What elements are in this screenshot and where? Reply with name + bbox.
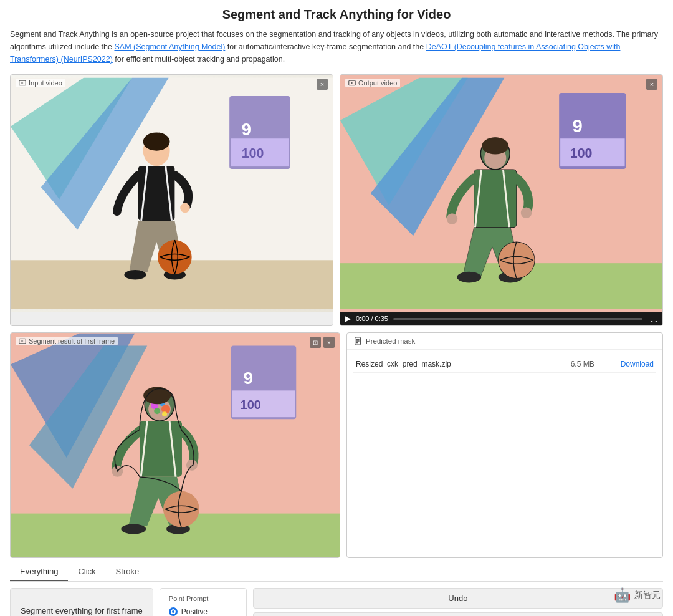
video-controls: ▶ 0:00 / 0:35 ⛶ — [340, 312, 662, 325]
segment-result-scene: 9 100 — [11, 333, 340, 557]
svg-point-53 — [162, 411, 167, 416]
description: Segment and Track Anything is an open-so… — [10, 28, 663, 65]
progress-bar[interactable] — [393, 318, 642, 320]
file-row: Resized_cxk_pred_mask.zip 6.5 MB Downloa… — [353, 356, 656, 373]
svg-point-52 — [154, 408, 160, 414]
output-video-close[interactable]: × — [646, 79, 657, 90]
svg-point-37 — [499, 242, 535, 279]
segment-result-label: Segment result of first frame — [16, 337, 118, 345]
file-name: Resized_cxk_pred_mask.zip — [356, 360, 571, 368]
svg-text:9: 9 — [244, 368, 254, 388]
predicted-mask-header: Predicted mask — [347, 333, 662, 350]
action-buttons: Undo Reset — [253, 588, 663, 616]
svg-point-59 — [186, 460, 198, 471]
svg-text:100: 100 — [570, 146, 593, 161]
point-prompt-label: Point Prompt — [169, 595, 237, 602]
file-size: 6.5 MB — [571, 360, 621, 368]
svg-point-35 — [457, 272, 481, 283]
fullscreen-button[interactable]: ⛶ — [650, 314, 657, 323]
download-link[interactable]: Download — [621, 360, 654, 368]
watermark: 🤖 新智元 — [614, 587, 661, 604]
svg-point-29 — [482, 137, 508, 154]
page-title: Segment and Track Anything for Video — [10, 7, 663, 22]
radio-dot-positive — [169, 607, 178, 616]
point-prompt-panel: Point Prompt Positive — [160, 588, 247, 616]
watermark-icon: 🤖 — [614, 587, 631, 604]
svg-point-33 — [447, 213, 458, 224]
segment-result-panel: Segment result of first frame ⊡ × — [10, 332, 340, 558]
segment-everything-button[interactable]: Segment everything for first frame — [10, 588, 153, 616]
sam-link[interactable]: SAM (Segment Anything Model) — [114, 42, 225, 51]
svg-point-10 — [143, 132, 170, 150]
positive-label: Positive — [181, 607, 208, 616]
undo-button[interactable]: Undo — [253, 588, 663, 609]
segment-panel-resize[interactable]: ⊡ — [310, 337, 321, 348]
svg-point-60 — [121, 524, 146, 534]
svg-point-62 — [163, 491, 199, 527]
svg-point-34 — [521, 207, 532, 218]
play-button[interactable]: ▶ — [345, 314, 351, 323]
input-video-panel: Input video × 9 — [10, 74, 333, 326]
tabs: Everything Click Stroke — [10, 563, 663, 582]
input-video-label: Input video — [16, 79, 65, 87]
output-video-label: Output video — [345, 79, 400, 87]
predicted-mask-panel: Predicted mask Resized_cxk_pred_mask.zip… — [346, 332, 663, 558]
output-video-panel: Output video × 9 100 — [340, 74, 663, 326]
svg-text:9: 9 — [242, 120, 251, 139]
svg-point-14 — [180, 203, 190, 213]
svg-point-15 — [124, 270, 146, 280]
svg-point-17 — [158, 240, 192, 274]
segment-panel-icons: ⊡ × — [310, 337, 335, 348]
output-video-scene: 9 100 — [340, 75, 662, 312]
svg-text:9: 9 — [573, 116, 583, 136]
input-video-scene: 9 100 — [11, 75, 333, 312]
time-display: 0:00 / 0:35 — [356, 315, 388, 322]
tab-click[interactable]: Click — [68, 563, 105, 581]
positive-radio[interactable]: Positive — [169, 607, 237, 616]
tab-everything[interactable]: Everything — [10, 563, 68, 581]
watermark-text: 新智元 — [634, 590, 661, 601]
svg-text:100: 100 — [242, 146, 264, 161]
svg-text:100: 100 — [241, 398, 261, 411]
segment-panel-close[interactable]: × — [323, 337, 335, 348]
input-video-close[interactable]: × — [317, 79, 328, 90]
tab-stroke[interactable]: Stroke — [106, 563, 150, 581]
reset-button[interactable]: Reset — [253, 612, 663, 616]
